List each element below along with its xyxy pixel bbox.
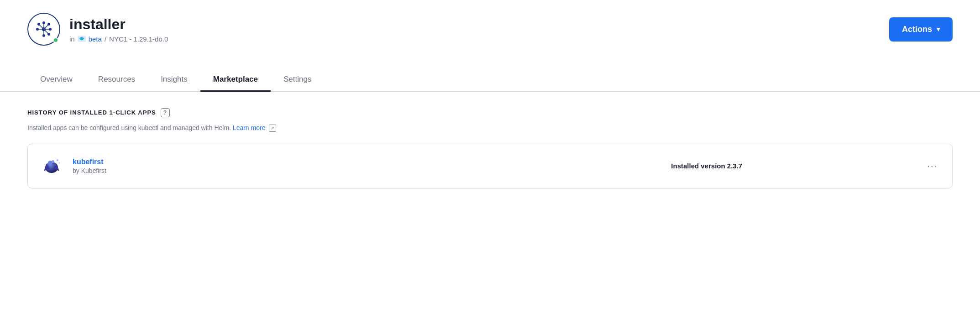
header-meta: in beta / NYC1 - 1.29.1-do.0 xyxy=(69,35,168,43)
help-icon[interactable]: ? xyxy=(161,108,170,117)
section-title-text: HISTORY OF INSTALLED 1-CLICK APPS xyxy=(27,109,156,116)
tab-settings[interactable]: Settings xyxy=(271,68,324,92)
header-info: installer in beta / NYC1 - 1.29.1-do.0 xyxy=(69,16,168,42)
app-version: Installed version 2.3.7 xyxy=(498,162,915,170)
cluster-location: NYC1 - 1.29.1-do.0 xyxy=(109,35,168,43)
svg-point-23 xyxy=(57,159,58,161)
more-options-button[interactable]: ··· xyxy=(923,159,941,173)
tab-overview[interactable]: Overview xyxy=(27,68,85,92)
actions-button[interactable]: Actions ▾ xyxy=(889,17,953,42)
svg-point-22 xyxy=(52,160,54,163)
actions-label: Actions xyxy=(902,25,932,34)
more-dots: ··· xyxy=(927,161,938,171)
cluster-icon xyxy=(78,36,86,42)
page-header: installer in beta / NYC1 - 1.29.1-do.0 A… xyxy=(0,0,980,55)
app-logo-svg xyxy=(34,19,54,39)
section-desc-text: Installed apps can be configured using k… xyxy=(27,124,231,131)
kubefirst-logo-svg xyxy=(40,155,63,177)
separator: / xyxy=(105,35,106,43)
app-card: kubefirst by Kubefirst Installed version… xyxy=(27,144,953,188)
svg-point-25 xyxy=(56,158,57,159)
app-title: installer xyxy=(69,16,168,33)
external-link-icon xyxy=(269,125,276,132)
main-content: HISTORY OF INSTALLED 1-CLICK APPS ? Inst… xyxy=(0,92,980,205)
app-logo xyxy=(39,153,64,179)
section-desc: Installed apps can be configured using k… xyxy=(27,123,953,133)
app-by: by Kubefirst xyxy=(73,167,490,174)
svg-line-14 xyxy=(44,24,49,29)
cluster-link[interactable]: beta xyxy=(89,35,102,43)
tab-resources[interactable]: Resources xyxy=(85,68,148,92)
header-left: installer in beta / NYC1 - 1.29.1-do.0 xyxy=(27,13,168,46)
meta-prefix: in xyxy=(69,35,75,43)
status-dot xyxy=(53,37,58,43)
chevron-down-icon: ▾ xyxy=(937,26,940,33)
app-info: kubefirst by Kubefirst xyxy=(73,158,490,174)
app-logo-wrapper xyxy=(27,13,60,46)
svg-point-24 xyxy=(59,162,60,163)
learn-more-link[interactable]: Learn more xyxy=(233,124,266,131)
nav-tabs: Overview Resources Insights Marketplace … xyxy=(0,68,980,92)
svg-line-13 xyxy=(44,29,49,34)
section-title: HISTORY OF INSTALLED 1-CLICK APPS ? xyxy=(27,108,953,117)
app-name-link[interactable]: kubefirst xyxy=(73,158,104,166)
tab-insights[interactable]: Insights xyxy=(148,68,200,92)
svg-line-12 xyxy=(39,24,44,29)
tab-marketplace[interactable]: Marketplace xyxy=(200,68,271,92)
